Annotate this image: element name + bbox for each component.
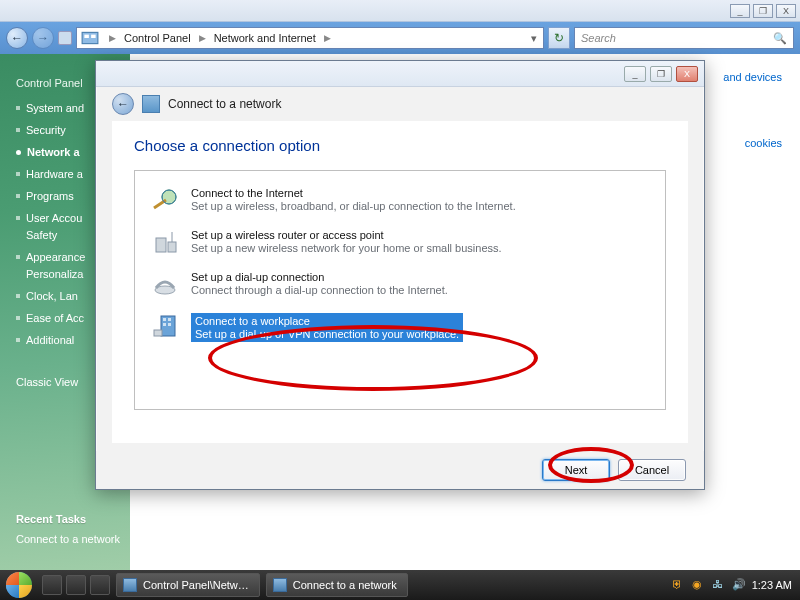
svg-rect-11 [168, 318, 171, 321]
tray-volume-icon[interactable]: 🔊 [732, 578, 746, 592]
clock[interactable]: 1:23 AM [752, 579, 792, 591]
search-input[interactable]: Search 🔍 [574, 27, 794, 49]
svg-rect-12 [163, 323, 166, 326]
window-icon [273, 578, 287, 592]
option-connect-internet[interactable]: Connect to the Internet Set up a wireles… [149, 183, 651, 225]
refresh-button[interactable]: ↻ [548, 27, 570, 49]
recent-pages-button[interactable] [58, 31, 72, 45]
breadcrumb-sep: ▶ [318, 33, 337, 43]
option-title: Connect to a workplace [195, 315, 459, 327]
option-subtitle: Set up a wireless, broadband, or dial-up… [191, 200, 516, 212]
explorer-titlebar: _ ❐ X [0, 0, 800, 22]
svg-rect-2 [91, 35, 96, 38]
option-workplace-selected[interactable]: Connect to a workplace Set up a dial-up … [149, 309, 651, 354]
svg-rect-5 [156, 238, 166, 252]
tray-icon[interactable]: ◉ [692, 578, 706, 592]
phone-icon [151, 271, 179, 297]
window-icon [123, 578, 137, 592]
dialog-back-button[interactable]: ← [112, 93, 134, 115]
forward-button[interactable]: → [32, 27, 54, 49]
search-icon: 🔍 [773, 32, 787, 45]
system-tray: ⛨ ◉ 🖧 🔊 1:23 AM [672, 578, 800, 592]
maximize-button[interactable]: ❐ [753, 4, 773, 18]
address-bar: ← → ▶ Control Panel ▶ Network and Intern… [0, 22, 800, 54]
breadcrumb-sep: ▶ [103, 33, 122, 43]
options-list: Connect to the Internet Set up a wireles… [134, 170, 666, 410]
recent-tasks-heading: Recent Tasks [16, 513, 130, 531]
dialog-body: Choose a connection option Connect to th… [112, 121, 688, 443]
minimize-button[interactable]: _ [730, 4, 750, 18]
right-links: and devices cookies [723, 66, 782, 154]
option-subtitle: Set up a dial-up or VPN connection to yo… [195, 328, 459, 340]
dialog-titlebar: _ ❐ X [96, 61, 704, 87]
tray-network-icon[interactable]: 🖧 [712, 578, 726, 592]
svg-rect-1 [84, 35, 89, 38]
option-title: Set up a dial-up connection [191, 271, 448, 283]
taskbar-button-connect[interactable]: Connect to a network [266, 573, 408, 597]
quicklaunch-button[interactable] [42, 575, 62, 595]
svg-rect-14 [154, 330, 162, 336]
quicklaunch-button[interactable] [90, 575, 110, 595]
close-button[interactable]: X [776, 4, 796, 18]
breadcrumb[interactable]: ▶ Control Panel ▶ Network and Internet ▶… [76, 27, 544, 49]
building-icon [151, 313, 179, 339]
tray-shield-icon[interactable]: ⛨ [672, 578, 686, 592]
control-panel-icon [81, 29, 99, 47]
link-cookies[interactable]: cookies [745, 137, 782, 149]
dialog-minimize-button[interactable]: _ [624, 66, 646, 82]
dialog-footer: Next Cancel [96, 451, 704, 489]
option-title: Connect to the Internet [191, 187, 516, 199]
taskbar: Control Panel\Netw… Connect to a network… [0, 570, 800, 600]
breadcrumb-item[interactable]: Control Panel [122, 32, 193, 44]
connect-network-dialog: _ ❐ X ← Connect to a network Choose a co… [95, 60, 705, 490]
dialog-header: ← Connect to a network [96, 87, 704, 121]
option-wireless-router[interactable]: Set up a wireless router or access point… [149, 225, 651, 267]
recent-task-link[interactable]: Connect to a network [16, 531, 130, 550]
next-button[interactable]: Next [542, 459, 610, 481]
breadcrumb-item[interactable]: Network and Internet [212, 32, 318, 44]
option-subtitle: Connect through a dial-up connection to … [191, 284, 448, 296]
link-devices[interactable]: and devices [723, 71, 782, 83]
dialog-title: Connect to a network [168, 97, 281, 111]
breadcrumb-sep: ▶ [193, 33, 212, 43]
svg-rect-10 [163, 318, 166, 321]
cancel-button[interactable]: Cancel [618, 459, 686, 481]
dropdown-icon[interactable]: ▾ [531, 32, 543, 45]
network-icon [142, 95, 160, 113]
globe-icon [151, 187, 179, 213]
quicklaunch-button[interactable] [66, 575, 86, 595]
taskbar-button-label: Control Panel\Netw… [143, 579, 249, 591]
back-button[interactable]: ← [6, 27, 28, 49]
taskbar-button-label: Connect to a network [293, 579, 397, 591]
dialog-close-button[interactable]: X [676, 66, 698, 82]
option-title: Set up a wireless router or access point [191, 229, 502, 241]
dialog-heading: Choose a connection option [134, 137, 666, 154]
search-placeholder: Search [581, 32, 616, 44]
taskbar-button-controlpanel[interactable]: Control Panel\Netw… [116, 573, 260, 597]
option-subtitle: Set up a new wireless network for your h… [191, 242, 502, 254]
dialog-maximize-button[interactable]: ❐ [650, 66, 672, 82]
start-button[interactable] [0, 570, 38, 600]
router-icon [151, 229, 179, 255]
svg-rect-13 [168, 323, 171, 326]
option-dialup[interactable]: Set up a dial-up connection Connect thro… [149, 267, 651, 309]
svg-rect-6 [168, 242, 176, 252]
